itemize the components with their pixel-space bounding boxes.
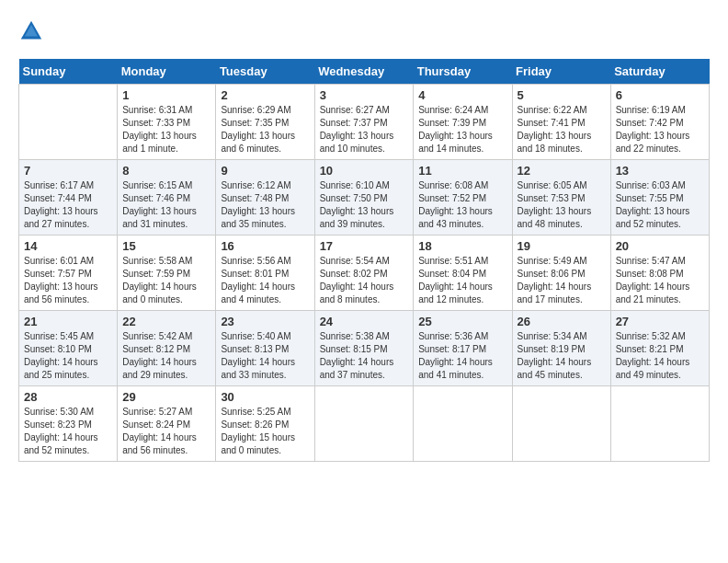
calendar-cell: 4Sunrise: 6:24 AM Sunset: 7:39 PM Daylig… — [414, 85, 512, 160]
calendar-cell: 19Sunrise: 5:49 AM Sunset: 8:06 PM Dayli… — [512, 236, 610, 311]
calendar-cell: 22Sunrise: 5:42 AM Sunset: 8:12 PM Dayli… — [118, 311, 216, 386]
day-info: Sunrise: 5:38 AM Sunset: 8:15 PM Dayligh… — [320, 330, 409, 382]
day-info: Sunrise: 6:05 AM Sunset: 7:53 PM Dayligh… — [518, 179, 606, 231]
day-info: Sunrise: 6:24 AM Sunset: 7:39 PM Dayligh… — [418, 104, 506, 155]
day-info: Sunrise: 6:01 AM Sunset: 7:57 PM Dayligh… — [24, 255, 112, 306]
day-number: 24 — [320, 315, 409, 328]
day-info: Sunrise: 5:25 AM Sunset: 8:26 PM Dayligh… — [221, 406, 309, 457]
day-number: 26 — [518, 315, 606, 328]
day-number: 22 — [122, 315, 210, 328]
calendar-cell: 29Sunrise: 5:27 AM Sunset: 8:24 PM Dayli… — [118, 386, 216, 462]
calendar-cell: 10Sunrise: 6:10 AM Sunset: 7:50 PM Dayli… — [314, 160, 414, 236]
day-info: Sunrise: 5:56 AM Sunset: 8:01 PM Dayligh… — [221, 255, 309, 306]
calendar-cell: 15Sunrise: 5:58 AM Sunset: 7:59 PM Dayli… — [118, 236, 216, 311]
calendar-cell: 26Sunrise: 5:34 AM Sunset: 8:19 PM Dayli… — [512, 311, 610, 386]
calendar-cell: 20Sunrise: 5:47 AM Sunset: 8:08 PM Dayli… — [610, 236, 709, 311]
day-number: 15 — [122, 239, 210, 253]
day-number: 13 — [616, 164, 704, 178]
day-number: 28 — [24, 390, 112, 404]
day-info: Sunrise: 6:08 AM Sunset: 7:52 PM Dayligh… — [418, 179, 506, 231]
day-info: Sunrise: 5:27 AM Sunset: 8:24 PM Dayligh… — [122, 406, 210, 457]
calendar-cell: 17Sunrise: 5:54 AM Sunset: 8:02 PM Dayli… — [314, 236, 414, 311]
day-info: Sunrise: 5:47 AM Sunset: 8:08 PM Dayligh… — [616, 255, 704, 306]
day-number: 30 — [221, 390, 309, 404]
day-info: Sunrise: 5:51 AM Sunset: 8:04 PM Dayligh… — [418, 255, 506, 306]
day-number: 21 — [24, 315, 112, 328]
day-number: 17 — [320, 239, 409, 253]
day-number: 7 — [24, 164, 112, 178]
calendar-cell — [414, 386, 512, 462]
calendar-cell: 13Sunrise: 6:03 AM Sunset: 7:55 PM Dayli… — [610, 160, 709, 236]
calendar-cell: 1Sunrise: 6:31 AM Sunset: 7:33 PM Daylig… — [118, 85, 216, 160]
logo-icon — [18, 18, 44, 44]
day-number: 20 — [616, 239, 704, 253]
column-header-saturday: Saturday — [610, 59, 709, 85]
column-header-tuesday: Tuesday — [216, 59, 314, 85]
day-number: 3 — [320, 88, 409, 102]
calendar-week-row: 1Sunrise: 6:31 AM Sunset: 7:33 PM Daylig… — [19, 85, 710, 160]
day-info: Sunrise: 6:22 AM Sunset: 7:41 PM Dayligh… — [518, 104, 606, 155]
column-header-monday: Monday — [118, 59, 216, 85]
calendar-cell: 21Sunrise: 5:45 AM Sunset: 8:10 PM Dayli… — [19, 311, 118, 386]
day-number: 16 — [221, 239, 309, 253]
day-info: Sunrise: 5:58 AM Sunset: 7:59 PM Dayligh… — [122, 255, 210, 306]
calendar-cell: 28Sunrise: 5:30 AM Sunset: 8:23 PM Dayli… — [19, 386, 118, 462]
day-info: Sunrise: 6:31 AM Sunset: 7:33 PM Dayligh… — [122, 104, 210, 155]
day-info: Sunrise: 6:03 AM Sunset: 7:55 PM Dayligh… — [616, 179, 704, 231]
calendar-cell: 9Sunrise: 6:12 AM Sunset: 7:48 PM Daylig… — [216, 160, 314, 236]
day-info: Sunrise: 6:19 AM Sunset: 7:42 PM Dayligh… — [616, 104, 704, 155]
logo — [18, 18, 48, 44]
calendar-cell: 11Sunrise: 6:08 AM Sunset: 7:52 PM Dayli… — [414, 160, 512, 236]
day-number: 25 — [418, 315, 506, 328]
day-number: 8 — [122, 164, 210, 178]
day-info: Sunrise: 5:34 AM Sunset: 8:19 PM Dayligh… — [518, 330, 606, 382]
calendar-cell: 27Sunrise: 5:32 AM Sunset: 8:21 PM Dayli… — [610, 311, 709, 386]
day-info: Sunrise: 5:54 AM Sunset: 8:02 PM Dayligh… — [320, 255, 409, 306]
day-number: 10 — [320, 164, 409, 178]
day-number: 5 — [518, 88, 606, 102]
calendar-cell: 12Sunrise: 6:05 AM Sunset: 7:53 PM Dayli… — [512, 160, 610, 236]
calendar-header-row: SundayMondayTuesdayWednesdayThursdayFrid… — [19, 59, 710, 85]
day-info: Sunrise: 5:40 AM Sunset: 8:13 PM Dayligh… — [221, 330, 309, 382]
day-number: 23 — [221, 315, 309, 328]
calendar-cell: 5Sunrise: 6:22 AM Sunset: 7:41 PM Daylig… — [512, 85, 610, 160]
page-header — [18, 18, 710, 44]
day-info: Sunrise: 6:12 AM Sunset: 7:48 PM Dayligh… — [221, 179, 309, 231]
day-number: 11 — [418, 164, 506, 178]
column-header-sunday: Sunday — [19, 59, 118, 85]
calendar-cell: 6Sunrise: 6:19 AM Sunset: 7:42 PM Daylig… — [610, 85, 709, 160]
day-number: 19 — [518, 239, 606, 253]
day-number: 27 — [616, 315, 704, 328]
calendar-cell: 30Sunrise: 5:25 AM Sunset: 8:26 PM Dayli… — [216, 386, 314, 462]
day-info: Sunrise: 6:29 AM Sunset: 7:35 PM Dayligh… — [221, 104, 309, 155]
calendar-cell: 16Sunrise: 5:56 AM Sunset: 8:01 PM Dayli… — [216, 236, 314, 311]
day-info: Sunrise: 6:17 AM Sunset: 7:44 PM Dayligh… — [24, 179, 112, 231]
calendar-cell: 18Sunrise: 5:51 AM Sunset: 8:04 PM Dayli… — [414, 236, 512, 311]
column-header-wednesday: Wednesday — [314, 59, 414, 85]
day-info: Sunrise: 6:15 AM Sunset: 7:46 PM Dayligh… — [122, 179, 210, 231]
column-header-friday: Friday — [512, 59, 610, 85]
day-number: 1 — [122, 88, 210, 102]
day-number: 6 — [616, 88, 704, 102]
calendar-table: SundayMondayTuesdayWednesdayThursdayFrid… — [18, 59, 710, 462]
calendar-week-row: 14Sunrise: 6:01 AM Sunset: 7:57 PM Dayli… — [19, 236, 710, 311]
day-info: Sunrise: 5:36 AM Sunset: 8:17 PM Dayligh… — [418, 330, 506, 382]
calendar-week-row: 21Sunrise: 5:45 AM Sunset: 8:10 PM Dayli… — [19, 311, 710, 386]
day-number: 29 — [122, 390, 210, 404]
day-info: Sunrise: 6:27 AM Sunset: 7:37 PM Dayligh… — [320, 104, 409, 155]
calendar-cell: 14Sunrise: 6:01 AM Sunset: 7:57 PM Dayli… — [19, 236, 118, 311]
day-number: 4 — [418, 88, 506, 102]
day-info: Sunrise: 5:49 AM Sunset: 8:06 PM Dayligh… — [518, 255, 606, 306]
day-number: 12 — [518, 164, 606, 178]
calendar-week-row: 7Sunrise: 6:17 AM Sunset: 7:44 PM Daylig… — [19, 160, 710, 236]
calendar-cell: 3Sunrise: 6:27 AM Sunset: 7:37 PM Daylig… — [314, 85, 414, 160]
calendar-cell: 7Sunrise: 6:17 AM Sunset: 7:44 PM Daylig… — [19, 160, 118, 236]
day-number: 14 — [24, 239, 112, 253]
calendar-cell: 24Sunrise: 5:38 AM Sunset: 8:15 PM Dayli… — [314, 311, 414, 386]
day-info: Sunrise: 6:10 AM Sunset: 7:50 PM Dayligh… — [320, 179, 409, 231]
calendar-cell — [512, 386, 610, 462]
day-info: Sunrise: 5:30 AM Sunset: 8:23 PM Dayligh… — [24, 406, 112, 457]
column-header-thursday: Thursday — [414, 59, 512, 85]
calendar-cell — [314, 386, 414, 462]
day-info: Sunrise: 5:42 AM Sunset: 8:12 PM Dayligh… — [122, 330, 210, 382]
